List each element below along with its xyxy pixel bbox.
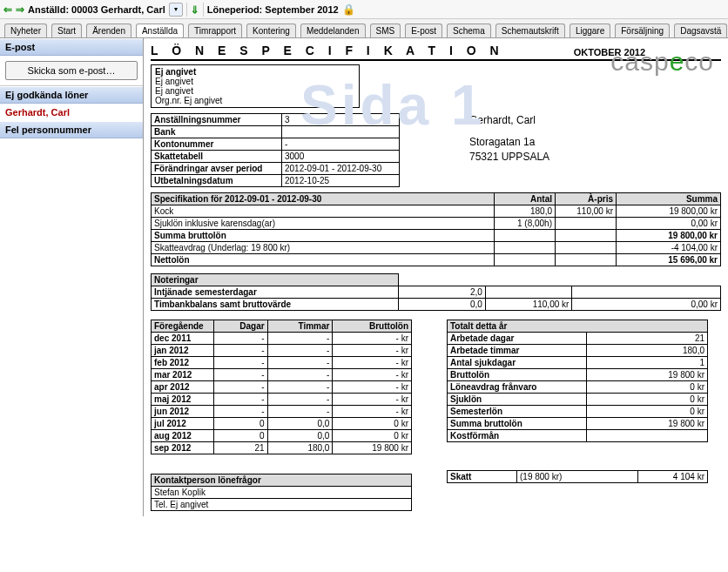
table-row: Löneavdrag frånvaro0 kr — [448, 381, 708, 394]
table-row: Timbankbalans samt bruttovärde0,0110,00 … — [152, 299, 721, 311]
tab-anstallda[interactable]: Anställda — [136, 24, 184, 37]
table-row: Summa bruttolön19 800 kr — [448, 418, 708, 430]
table-row: sep 201221180,019 800 kr — [152, 442, 412, 454]
lock-icon: 🔒 — [342, 3, 355, 16]
table-row: Summa bruttolön19 800,00 kr — [152, 230, 721, 242]
tab-kontering[interactable]: Kontering — [246, 24, 296, 37]
tab-arenden[interactable]: Ärenden — [86, 24, 131, 37]
table-row: Anställningsnummer3 — [152, 114, 400, 126]
previous-months-table: FöregåendeDagarTimmarBruttolön dec 2011-… — [151, 320, 412, 454]
notes-table: Noteringar Intjänade semesterdagar2,0 Ti… — [151, 273, 721, 311]
table-row: Sjuklön inklusive karensdag(ar)1 (8,00h)… — [152, 218, 721, 230]
table-row: Arbetade dagar21 — [448, 333, 708, 345]
company-line3: Ej angivet — [155, 86, 355, 96]
employee-name: Gerhardt, Carl — [469, 113, 549, 128]
table-row: Nettolön15 696,00 kr — [152, 254, 721, 266]
next-arrow-icon[interactable]: ⇒ — [16, 3, 24, 16]
table-row: Bank — [152, 126, 400, 138]
spec-header: Specifikation för 2012-09-01 - 2012-09-3… — [152, 193, 495, 205]
sidebar-epost-header: E-post — [0, 38, 143, 56]
table-row: jan 2012--- kr — [152, 345, 412, 357]
tab-forsaljning[interactable]: Försäljning — [615, 24, 670, 37]
table-row: Sjuklön0 kr — [448, 394, 708, 406]
separator — [186, 3, 187, 17]
specification-table: Specifikation för 2012-09-01 - 2012-09-3… — [151, 192, 721, 266]
table-row: Skattetabell3000 — [152, 151, 400, 163]
doc-title: L Ö N E S P E C I F I K A T I O N — [151, 44, 504, 57]
table-row: apr 2012--- kr — [152, 381, 412, 394]
tab-dagsavst[interactable]: Dagsavstä — [674, 24, 727, 37]
employee-addr2: 75321 UPPSALA — [469, 150, 549, 165]
toolbar: ⇐ ⇒ Anställd: 00003 Gerhardt, Carl ▾ ⇒ L… — [0, 0, 728, 19]
sidebar-employee-link[interactable]: Gerhardt, Carl — [0, 104, 143, 121]
caspeco-logo: caspeco — [610, 47, 714, 77]
employee-label: Anställd: 00003 Gerhardt, Carl — [28, 4, 165, 15]
table-row: Kontonummer- — [152, 138, 400, 151]
tab-epost[interactable]: E-post — [405, 24, 442, 37]
company-line4: Org.nr. Ej angivet — [155, 96, 355, 105]
table-row: Kostförmån — [448, 430, 708, 442]
table-row: jul 201200,00 kr — [152, 418, 412, 430]
table-row: feb 2012--- kr — [152, 357, 412, 369]
table-row: jun 2012--- kr — [152, 406, 412, 418]
tab-meddelanden[interactable]: Meddelanden — [300, 24, 366, 37]
tab-schemautskrift[interactable]: Schemautskrift — [495, 24, 565, 37]
separator — [203, 3, 204, 17]
table-row: Skatteavdrag (Underlag: 19 800 kr)-4 104… — [152, 242, 721, 254]
year-total-table: Totalt detta år Arbetade dagar21 Arbetad… — [447, 320, 708, 442]
payslip-document: Sida 1 caspeco L Ö N E S P E C I F I K A… — [144, 38, 728, 516]
employee-info-table: Anställningsnummer3 Bank Kontonummer- Sk… — [151, 113, 400, 187]
tab-start[interactable]: Start — [51, 24, 82, 37]
company-line1: Ej angivet — [155, 67, 355, 77]
tab-timrapport[interactable]: Timrapport — [188, 24, 242, 37]
table-row: Bruttolön19 800 kr — [448, 369, 708, 381]
sidebar-felpers-header: Fel personnummer — [0, 121, 143, 138]
sidebar-ejgodk-header: Ej godkända löner — [0, 86, 143, 104]
table-row: mar 2012--- kr — [152, 369, 412, 381]
prev-arrow-icon[interactable]: ⇐ — [3, 3, 12, 16]
tab-sms[interactable]: SMS — [370, 24, 401, 37]
send-email-button[interactable]: Skicka som e-post… — [5, 61, 138, 80]
table-row: Utbetalningsdatum2012-10-25 — [152, 175, 400, 187]
sidebar: E-post Skicka som e-post… Ej godkända lö… — [0, 38, 144, 516]
tab-bar: Nyheter Start Ärenden Anställda Timrappo… — [0, 19, 728, 38]
table-row: aug 201200,00 kr — [152, 430, 412, 442]
table-row: Stefan Koplik — [152, 487, 412, 499]
tab-nyheter[interactable]: Nyheter — [4, 24, 47, 37]
down-arrow-icon[interactable]: ⇒ — [189, 5, 201, 14]
company-line2: Ej angivet — [155, 77, 355, 86]
table-row: maj 2012--- kr — [152, 394, 412, 406]
table-row: Intjänade semesterdagar2,0 — [152, 286, 721, 299]
table-row: Kock180,0110,00 kr19 800,00 kr — [152, 205, 721, 218]
table-row: Förändringar avser period2012-09-01 - 20… — [152, 163, 400, 175]
employee-addr1: Storagatan 1a — [469, 135, 549, 150]
contact-table: Kontaktperson lönefrågor Stefan Koplik T… — [151, 474, 412, 511]
table-row: Semesterlön0 kr — [448, 406, 708, 418]
table-row: Tel. Ej angivet — [152, 499, 412, 511]
company-box: Ej angivet Ej angivet Ej angivet Org.nr.… — [151, 64, 360, 108]
table-row: dec 2011--- kr — [152, 333, 412, 345]
table-row: Skatt(19 800 kr)4 104 kr — [448, 471, 708, 483]
table-row: Arbetade timmar180,0 — [448, 345, 708, 357]
tab-liggare[interactable]: Liggare — [570, 24, 610, 37]
tab-schema[interactable]: Schema — [447, 24, 491, 37]
tax-table: Skatt(19 800 kr)4 104 kr — [447, 470, 708, 483]
employee-dropdown-button[interactable]: ▾ — [169, 3, 183, 17]
table-row: Antal sjukdagar1 — [448, 357, 708, 369]
period-label: Löneperiod: September 2012 — [207, 4, 339, 15]
